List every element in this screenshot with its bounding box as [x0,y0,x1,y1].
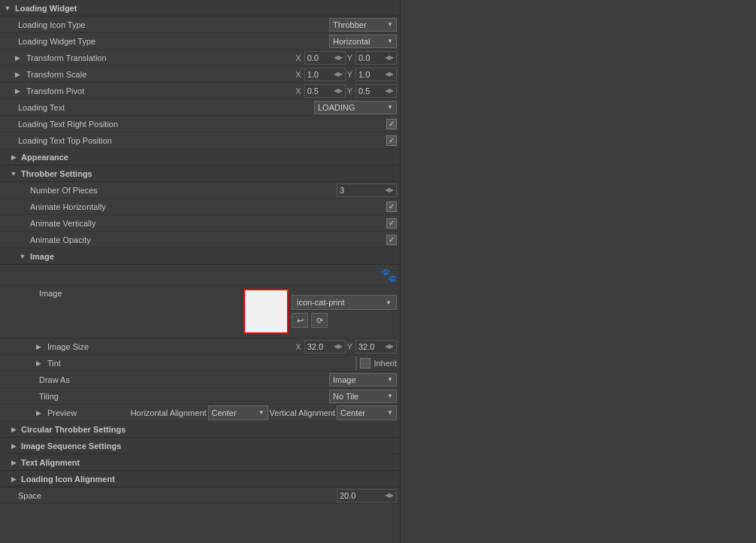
image-action-buttons: ↩ ⟳ [292,313,397,328]
space-field[interactable]: 20.0 ◀▶ [337,489,397,502]
inherit-checkbox[interactable] [360,358,370,369]
number-of-pieces-row: Number Of Pieces 3 ◀▶ [0,182,400,199]
animate-v-checkbox[interactable] [386,218,397,229]
loading-icon-type-dropdown[interactable]: Throbber ▼ [329,18,397,32]
image-input-row: icon-cat-print ▼ ↩ ⟳ [243,289,397,334]
loading-widget-type-label: Loading Widget Type [15,37,329,46]
loading-icon-alignment-label: Loading Icon Alignment [21,475,115,484]
animate-horizontally-row: Animate Horizontally [0,199,400,215]
scale-y-field[interactable]: 1.0 ◀▶ [355,68,397,81]
animate-vertically-row: Animate Vertically [0,215,400,232]
num-pieces-field[interactable]: 3 ◀▶ [337,184,397,197]
loading-text-right-controls [386,119,397,129]
loading-widget-type-controls: Horizontal ▼ [329,35,397,48]
image-sequence-label: Image Sequence Settings [21,441,121,450]
expand-arrow-pivot[interactable]: ▶ [15,87,20,95]
image-section-label: Image [30,252,54,261]
space-controls: 20.0 ◀▶ [337,489,397,502]
loading-text-row: Loading Text LOADING ▼ [0,99,400,116]
loading-icon-type-label: Loading Icon Type [15,20,329,29]
paw-icon: 🐾 [380,267,397,284]
image-selector-dropdown[interactable]: icon-cat-print ▼ [292,295,397,310]
text-alignment-label: Text Alignment [21,458,80,467]
animate-h-checkbox[interactable] [386,202,397,212]
number-of-pieces-controls: 3 ◀▶ [337,184,397,197]
appearance-label: Appearance [21,153,68,162]
image-paw-row: 🐾 [0,265,400,286]
img-size-x-field[interactable]: 32.0 ◀▶ [304,340,346,353]
throbber-settings-section[interactable]: ▼ Throbber Settings [0,165,400,182]
space-row: Space 20.0 ◀▶ [0,487,400,504]
draw-as-label: Draw As [36,375,329,384]
text-right-checkbox[interactable] [386,119,397,129]
trans-y-field[interactable]: 0.0 ◀▶ [355,51,397,65]
loading-text-right-row: Loading Text Right Position [0,116,400,132]
image-reset-button[interactable]: ↩ [292,313,308,328]
loading-widget-label: Loading Widget [15,4,77,13]
pivot-x-field[interactable]: 0.5 ◀▶ [304,84,346,98]
loading-text-dropdown[interactable]: LOADING ▼ [314,101,397,114]
image-selector-row: Image icon-cat-print ▼ ↩ ⟳ [0,286,400,338]
text-align-arrow: ▶ [9,459,18,466]
appearance-arrow: ▶ [9,153,18,161]
expand-arrow-tint[interactable]: ▶ [36,359,41,367]
img-seq-arrow: ▶ [9,442,18,450]
image-sequence-section[interactable]: ▶ Image Sequence Settings [0,438,400,454]
animate-opacity-row: Animate Opacity [0,232,400,248]
throbber-arrow: ▼ [9,170,18,177]
tint-controls: Inherit [355,356,397,370]
image-paw-controls: 🐾 [380,267,397,284]
draw-as-dropdown[interactable]: Image ▼ [329,373,397,387]
loading-widget-type-dropdown[interactable]: Horizontal ▼ [329,35,397,48]
text-top-checkbox[interactable] [386,135,397,146]
tint-color-field[interactable] [355,356,357,370]
scale-controls: X 1.0 ◀▶ Y 1.0 ◀▶ [295,68,397,81]
expand-arrow-imgsize[interactable]: ▶ [36,343,41,350]
animate-v-controls [386,218,397,229]
loading-text-top-label: Loading Text Top Position [15,136,386,145]
trans-x-field[interactable]: 0.0 ◀▶ [304,51,346,65]
loading-icon-type-row: Loading Icon Type Throbber ▼ [0,17,400,33]
tint-label: Tint [44,359,355,368]
h-align-dropdown[interactable]: Center ▼ [208,405,268,420]
loading-text-label: Loading Text [15,103,314,112]
tint-inherit: Inherit [360,358,397,369]
transform-translation-label: Transform Translation [23,53,295,62]
draw-as-row: Draw As Image ▼ [0,372,400,388]
translation-controls: X 0.0 ◀▶ Y 0.0 ◀▶ [295,51,397,65]
animate-opacity-label: Animate Opacity [27,235,386,244]
draw-as-controls: Image ▼ [329,373,397,387]
transform-pivot-label: Transform Pivot [23,86,295,96]
number-of-pieces-label: Number Of Pieces [27,186,337,195]
scale-x-field[interactable]: 1.0 ◀▶ [304,68,346,81]
expand-arrow[interactable]: ▶ [15,54,20,62]
loading-widget-section[interactable]: ▼ Loading Widget [0,0,400,17]
animate-vertically-label: Animate Vertically [27,219,386,228]
pivot-y-field[interactable]: 0.5 ◀▶ [355,84,397,98]
tiling-row: Tiling No Tile ▼ [0,388,400,405]
circular-arrow: ▶ [9,426,18,433]
expand-arrow-scale[interactable]: ▶ [15,71,20,78]
appearance-section[interactable]: ▶ Appearance [0,149,400,165]
loading-text-top-row: Loading Text Top Position [0,132,400,149]
animate-opacity-checkbox[interactable] [386,235,397,245]
left-panel: ▼ Loading Widget Loading Icon Type Throb… [0,0,401,543]
loading-icon-type-controls: Throbber ▼ [329,18,397,32]
image-section[interactable]: ▼ Image [0,248,400,265]
img-size-y-field[interactable]: 32.0 ◀▶ [355,340,397,353]
right-panel [401,0,756,543]
text-alignment-section[interactable]: ▶ Text Alignment [0,454,400,471]
loading-text-right-label: Loading Text Right Position [15,120,386,129]
circular-throbber-section[interactable]: ▶ Circular Throbber Settings [0,421,400,438]
icon-align-arrow: ▶ [9,475,18,483]
animate-h-controls [386,202,397,212]
dropdown-arrow: ▼ [387,21,393,28]
inherit-label: Inherit [373,359,397,368]
transform-translation-row: ▶ Transform Translation X 0.0 ◀▶ Y 0.0 ◀… [0,50,400,66]
expand-arrow-preview[interactable]: ▶ [36,409,41,417]
tiling-dropdown[interactable]: No Tile ▼ [329,390,397,403]
v-align-dropdown[interactable]: Center ▼ [337,405,397,420]
image-search-button[interactable]: ⟳ [311,313,328,328]
loading-icon-alignment-section[interactable]: ▶ Loading Icon Alignment [0,471,400,487]
image-size-controls: X 32.0 ◀▶ Y 32.0 ◀▶ [295,340,397,353]
